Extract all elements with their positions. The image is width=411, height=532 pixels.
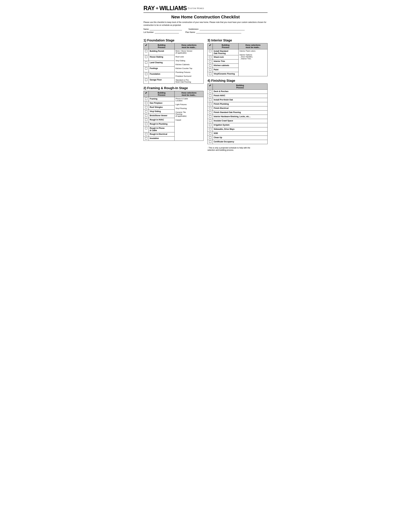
table-row: Framing Phone & CableLocation Light Fixt… — [144, 97, 204, 101]
section4-table: ✔ BuildingProcess Deck & Porches Finish … — [207, 84, 268, 144]
table-row: Clean Up — [208, 136, 268, 140]
table-row: Interior Hardware-Shelving, Locks, etc..… — [208, 115, 268, 119]
name-field: Name: — [143, 28, 182, 30]
checkmark-icon: ✔ — [209, 84, 211, 87]
checkbox[interactable] — [209, 120, 211, 122]
page-title: New Home Construction Checklist — [143, 15, 268, 19]
table-row: Building Permit Brick / Stone Veneer(if … — [144, 49, 204, 55]
checkbox[interactable] — [209, 107, 211, 109]
checkbox[interactable] — [145, 119, 147, 121]
checkbox[interactable] — [209, 128, 211, 130]
name-input-line[interactable] — [150, 28, 182, 30]
checkbox[interactable] — [145, 79, 147, 81]
table-row: Sidewalks, Drive Ways — [208, 127, 268, 132]
table-row: Insulate Crawl Space — [208, 119, 268, 123]
section1-header-row: ✔ BuildingProcess these selectionsmust b… — [144, 43, 204, 49]
checkbox[interactable] — [145, 137, 147, 139]
logo-williams: WILLIAMS — [159, 5, 187, 12]
checkbox[interactable] — [209, 132, 211, 134]
section1-table: ✔ BuildingProcess these selectionsmust b… — [143, 43, 204, 84]
checkbox[interactable] — [145, 102, 147, 104]
checkbox[interactable] — [145, 114, 147, 117]
section1-selections-header: these selectionsmust be made... — [175, 43, 204, 49]
form-fields: Name: Subdivision: Lot Number: Plan Name… — [143, 28, 268, 33]
lot-input-line[interactable] — [155, 31, 179, 33]
table-row: Finish Electrical — [208, 106, 268, 111]
lot-field: Lot Number: — [143, 31, 179, 33]
checkbox[interactable] — [209, 115, 211, 118]
logo-ray: RAY — [143, 5, 155, 12]
section2-check-header: ✔ — [144, 91, 149, 97]
section4-header-row: ✔ BuildingProcess — [208, 84, 268, 90]
checkmark-icon: ✔ — [209, 44, 211, 47]
checkbox[interactable] — [145, 127, 147, 129]
section3-process-header: BuildingProcess — [213, 43, 239, 49]
section4-heading: 4) Finishing Stage — [207, 79, 268, 83]
table-row: Deck & Porches — [208, 90, 268, 94]
table-row: Install StandardOak Flooring Interior Pa… — [208, 49, 268, 55]
checkbox[interactable] — [145, 56, 147, 58]
name-label: Name: — [143, 28, 149, 30]
subdivision-label: Subdivision: — [188, 28, 199, 30]
section1-heading: 1) Foundation Stage — [143, 38, 204, 42]
form-row-1: Name: Subdivision: — [143, 28, 268, 30]
section2-process-header: BuildingProcess — [149, 91, 175, 97]
checkbox[interactable] — [209, 99, 211, 101]
checkbox[interactable] — [145, 123, 147, 125]
checkbox[interactable] — [145, 133, 147, 135]
section2-heading: 2) Framing & Rough-In Stage — [143, 86, 204, 90]
table-row: Finish Plumbing — [208, 102, 268, 106]
checkbox[interactable] — [209, 60, 211, 62]
section3-table: ✔ BuildingProcess these selectionsmust b… — [207, 43, 268, 76]
table-row: Finish HAVC — [208, 94, 268, 98]
footer-note: - This is only a projected schedule to h… — [207, 147, 268, 151]
checkbox[interactable] — [209, 124, 211, 126]
table-row: Install Pre-finish Oak — [208, 98, 268, 102]
checkbox[interactable] — [209, 90, 211, 93]
checkbox[interactable] — [145, 98, 147, 100]
checkbox[interactable] — [145, 50, 147, 52]
section3-header-row: ✔ BuildingProcess these selectionsmust b… — [208, 43, 268, 49]
checkbox[interactable] — [209, 95, 211, 97]
section4-process-header: BuildingProcess — [213, 84, 268, 90]
subdivision-input-line[interactable] — [200, 28, 245, 30]
section2-selections-header: these selectionsmust be made... — [175, 91, 204, 97]
logo-star: ✦ — [155, 6, 159, 11]
checkbox[interactable] — [209, 50, 211, 52]
form-row-2: Lot Number: Plan Name: — [143, 31, 268, 33]
section3-check-header: ✔ — [208, 43, 213, 49]
logo-divider — [143, 12, 268, 13]
plan-input-line[interactable] — [196, 31, 241, 33]
checkbox[interactable] — [145, 110, 147, 113]
main-content: 1) Foundation Stage ✔ BuildingProcess th… — [143, 36, 268, 151]
checkbox[interactable] — [209, 56, 211, 58]
section2-table: ✔ BuildingProcess these selectionsmust b… — [143, 91, 204, 141]
section3-selections-header: these selectionsmust be made... — [239, 43, 268, 49]
checkbox[interactable] — [209, 111, 211, 114]
lot-label: Lot Number: — [143, 31, 154, 33]
checkbox[interactable] — [209, 136, 211, 139]
section3-heading: 3) Interior Stage — [207, 38, 268, 42]
subdivision-field: Subdivision: — [188, 28, 245, 30]
table-row: Certificate Occupancy — [208, 140, 268, 144]
checkbox[interactable] — [209, 73, 211, 75]
plan-field: Plan Name: — [185, 31, 241, 33]
logo-area: RAY ✦ WILLIAMS Custom Homes — [143, 5, 268, 12]
checkbox[interactable] — [209, 64, 211, 66]
checkbox[interactable] — [209, 68, 211, 71]
checkbox[interactable] — [145, 73, 147, 75]
checkbox[interactable] — [209, 103, 211, 105]
checkbox[interactable] — [145, 67, 147, 69]
section1-process-header: BuildingProcess — [149, 43, 175, 49]
plan-label: Plan Name: — [185, 31, 196, 33]
table-row: Irrigation System — [208, 123, 268, 127]
table-row: SOD — [208, 132, 268, 136]
section2-header-row: ✔ BuildingProcess these selectionsmust b… — [144, 91, 204, 97]
table-row: Finish Standard Oak Flooring — [208, 111, 268, 115]
logo-custom: Custom Homes — [188, 7, 204, 10]
checkbox[interactable] — [145, 106, 147, 108]
checkbox[interactable] — [145, 61, 147, 64]
left-column: 1) Foundation Stage ✔ BuildingProcess th… — [143, 36, 204, 151]
checkbox[interactable] — [209, 141, 211, 143]
right-column: 3) Interior Stage ✔ BuildingProcess thes… — [207, 36, 268, 151]
